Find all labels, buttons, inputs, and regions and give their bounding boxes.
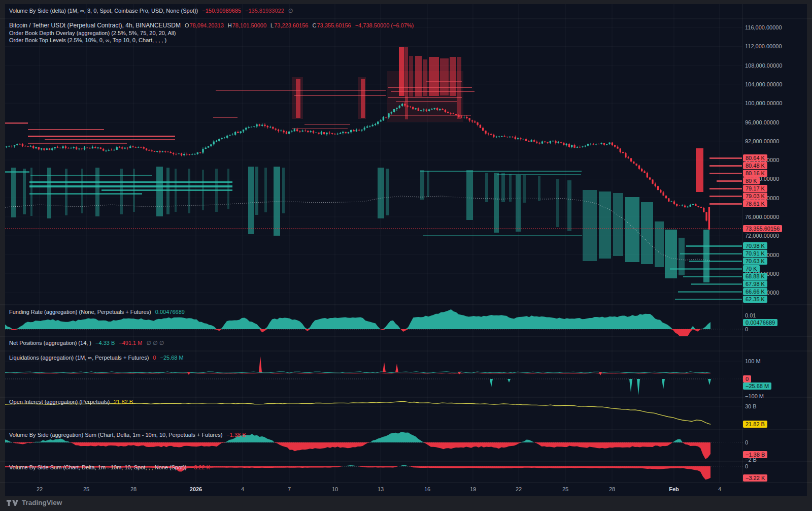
time-axis-label: 16: [424, 486, 430, 492]
liquidations-series: [5, 356, 711, 395]
price-axis-label: 0: [745, 326, 748, 332]
price-axis-label: 92,000.00000: [745, 138, 779, 144]
pane-header-open-interest: Open Interest (aggregation) (Perpetuals)…: [9, 398, 133, 405]
price-badge: 79.03 K: [743, 193, 767, 200]
ohlc-high: H78,101.50000: [228, 22, 266, 28]
time-axis-label: Feb: [669, 486, 679, 492]
time-axis-label: 28: [609, 486, 615, 492]
time-axis-label: 25: [83, 486, 89, 492]
price-badge: 70.63 K: [743, 258, 767, 265]
price-badge: 79.17 K: [743, 185, 767, 192]
indicator-value: 0: [153, 355, 156, 361]
price-badge: 66.66 K: [743, 288, 767, 295]
price-badge: −25.68 M: [743, 382, 771, 390]
ohlc-low: L73,223.60156: [270, 22, 308, 28]
indicator-title[interactable]: Liquidations (aggregation) (1M, ∞, Perpe…: [9, 355, 149, 361]
indicator-title[interactable]: Volume By Side (aggregation) Sum (Chart,…: [9, 432, 222, 438]
price-badge: −1.38 B: [743, 451, 767, 458]
price-badge: 67.98 K: [743, 280, 767, 288]
price-axis-label: 76,000.00000: [745, 214, 779, 220]
tradingview-label: TradingView: [22, 499, 62, 506]
price-axis-label: 100 M: [745, 358, 761, 364]
price-axis-label: 72,000.00000: [745, 233, 779, 239]
price-badge: 0: [743, 375, 751, 382]
time-axis-label: 22: [37, 486, 43, 492]
pane-header-symbol: Bitcoin / Tether USDt (Perpetual Contrac…: [9, 22, 414, 29]
indicator-value: −4.33 B: [95, 340, 115, 346]
price-axis-label: 30 B: [745, 403, 757, 409]
pane-header-net-positions: Net Positions (aggregation) (14, ) −4.33…: [9, 339, 164, 346]
time-axis-label: 10: [332, 486, 338, 492]
time-axis-label: 4: [241, 486, 244, 492]
empty-set-icon: ∅: [288, 8, 293, 14]
tradingview-logo[interactable]: TradingView: [6, 499, 62, 506]
time-axis-label: 28: [130, 486, 137, 492]
symbol-title[interactable]: Bitcoin / Tether USDt (Perpetual Contrac…: [9, 22, 181, 29]
tradingview-window: Volume By Side (delta) (1M, ∞, 3, 0, Spo…: [0, 0, 812, 511]
indicator-value: −1.38 B: [226, 432, 246, 438]
time-axis-label: 25: [562, 486, 568, 492]
time-axis-label: 4: [718, 486, 721, 492]
price-badge: 62.35 K: [743, 296, 767, 303]
price-axis-label: 0.01: [745, 312, 756, 318]
price-badge: 21.82 B: [743, 421, 767, 428]
indicator-title[interactable]: Net Positions (aggregation) (14, ): [9, 340, 91, 346]
indicator-title[interactable]: Volume By Side Sum (Chart, Delta, 1m - 1…: [9, 464, 187, 470]
price-axis-label: 0: [745, 463, 748, 469]
price-badge: 80.16 K: [743, 170, 767, 177]
pane-header-vbs-spot-sum: Volume By Side Sum (Chart, Delta, 1m - 1…: [9, 464, 210, 471]
price-badge: 68.88 K: [743, 273, 767, 280]
price-axis-label: −100 M: [745, 393, 764, 399]
indicator-title[interactable]: Funding Rate (aggregation) (None, Perpet…: [9, 309, 151, 315]
indicator-value: −25.68 M: [160, 355, 183, 361]
price-axis-label: 100,000.00000: [745, 100, 782, 106]
indicator-value: −150.90989685: [202, 8, 241, 14]
price-axis-label: 112,000.00000: [745, 43, 782, 49]
indicator-title[interactable]: Order Book Depth Overlay (aggregation) (…: [9, 30, 176, 36]
pane-header-funding-rate: Funding Rate (aggregation) (None, Perpet…: [9, 308, 185, 315]
change-value: −4,738.50000 (−6.07%): [355, 22, 414, 28]
empty-set-icon: ∅ ∅ ∅: [146, 340, 164, 346]
time-axis-label: 22: [516, 486, 522, 492]
pane-header-top-levels: Order Book Top Levels (2.5%, 10%, 0, ∞, …: [9, 37, 166, 44]
price-badge: 70 K: [743, 265, 760, 272]
time-axis-label: 2026: [190, 486, 202, 492]
price-axis-label: 116,000.00000: [745, 24, 782, 30]
indicator-value: −491.1 M: [119, 340, 142, 346]
price-badge: 0.00476689: [743, 319, 777, 326]
ohlc-open: O78,094.20313: [185, 22, 224, 28]
tradingview-icon: [6, 499, 18, 506]
price-badge: 73,355.60156: [743, 225, 782, 232]
pane-header-vbs-delta: Volume By Side (delta) (1M, ∞, 3, 0, Spo…: [9, 7, 293, 14]
indicator-value: −135.81933022: [245, 8, 284, 14]
pane-header-vbs-agg-sum: Volume By Side (aggregation) Sum (Chart,…: [9, 431, 246, 438]
ohlc-close: C73,355.60156: [312, 22, 351, 28]
price-axis-label: 0: [745, 439, 748, 445]
indicator-title[interactable]: Order Book Top Levels (2.5%, 10%, 0, ∞, …: [9, 37, 166, 43]
time-axis-label: 7: [288, 486, 291, 492]
time-axis-label: 19: [470, 486, 476, 492]
price-badge: 78.61 K: [743, 200, 767, 207]
price-axis-label: 96,000.00000: [745, 119, 779, 125]
price-badge: −3.22 K: [743, 474, 767, 482]
price-badge: 80 K: [743, 177, 760, 184]
price-badge: 70.98 K: [743, 242, 767, 249]
indicator-value: 21.82 B: [114, 399, 133, 405]
indicator-value: 0.00476689: [155, 309, 185, 315]
price-badge: 80.48 K: [743, 162, 767, 169]
indicator-title[interactable]: Open Interest (aggregation) (Perpetuals): [9, 399, 110, 405]
indicator-title[interactable]: Volume By Side (delta) (1M, ∞, 3, 0, Spo…: [9, 8, 198, 14]
price-badge: 70.91 K: [743, 250, 767, 257]
pane-header-depth-overlay: Order Book Depth Overlay (aggregation) (…: [9, 29, 176, 37]
time-axis-label: 13: [378, 486, 384, 492]
price-axis-label: 104,000.00000: [745, 81, 782, 87]
orderbook-heatmap: [5, 47, 742, 300]
price-axis-label: 108,000.00000: [745, 62, 782, 69]
price-badge: 80.64 K: [743, 154, 767, 162]
indicator-value: −3.22 K: [191, 464, 210, 470]
pane-header-liquidations: Liquidations (aggregation) (1M, ∞, Perpe…: [9, 354, 184, 361]
